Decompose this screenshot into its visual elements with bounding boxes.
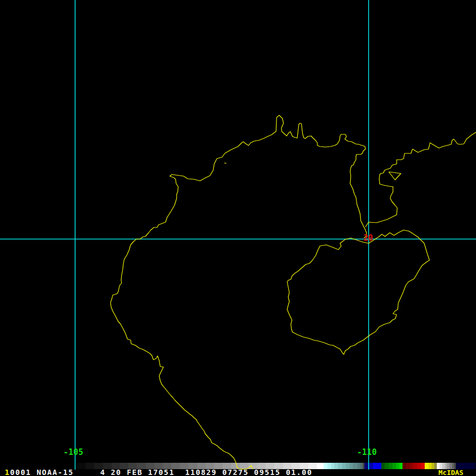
coastline-path xyxy=(111,115,367,469)
coastline-path xyxy=(224,163,226,163)
image-info-text: 0001 NOAA-15 4 20 FEB 17051 110829 07275… xyxy=(10,468,313,476)
coastline-path xyxy=(389,172,401,180)
status-bar: 10001 NOAA-15 4 20 FEB 17051 110829 0727… xyxy=(0,468,476,476)
frame-number: 1 xyxy=(5,468,10,476)
latitude-label-20: 20 xyxy=(363,233,373,243)
coastline-path xyxy=(287,230,429,354)
longitude-label-110: -110 xyxy=(357,447,377,457)
coastline-path xyxy=(365,132,476,227)
mcidas-logo-label: McIDAS xyxy=(438,468,463,476)
mcidas-image-display: 20 -105 -110 10001 NOAA-15 4 20 FEB 1705… xyxy=(0,0,476,476)
frame-status-text: 10001 NOAA-15 4 20 FEB 17051 110829 0727… xyxy=(5,468,313,476)
satellite-map-canvas xyxy=(0,0,476,476)
longitude-label-105: -105 xyxy=(63,447,84,457)
